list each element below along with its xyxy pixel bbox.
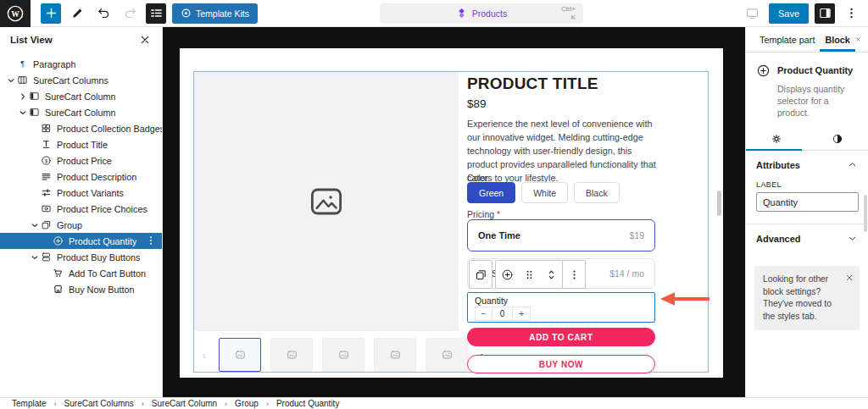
list-view-item-product-price[interactable]: $Product Price [0, 152, 162, 169]
kebab-icon [844, 6, 859, 20]
drag-handle[interactable] [518, 261, 540, 288]
list-view-item-product-variants[interactable]: Product Variants [0, 185, 162, 201]
save-button[interactable]: Save [769, 3, 809, 24]
template-kits-button[interactable]: Template Kits [172, 3, 258, 24]
sidebar-scrollbar[interactable] [864, 195, 867, 232]
tab-styles[interactable] [807, 127, 868, 150]
settings-sidebar-toggle-button[interactable] [815, 3, 835, 24]
list-view-item-surecart-columns[interactable]: SureCart Columns [0, 72, 162, 88]
close-list-view-icon[interactable] [138, 33, 152, 47]
close-sidebar-icon[interactable] [855, 33, 861, 46]
block-tree: ¶ParagraphSureCart ColumnsSureCart Colum… [0, 56, 162, 297]
surecart-product-section[interactable]: ‹› PRODUCT TITLE $89 Experience the next… [193, 71, 709, 373]
gallery-prev-icon[interactable]: ‹ [199, 349, 209, 362]
expander-down-icon[interactable] [17, 107, 29, 119]
svg-text:W: W [11, 8, 19, 18]
description-icon [41, 171, 52, 182]
quantity-value[interactable]: 0 [492, 307, 513, 321]
gallery-thumbnail-3[interactable] [322, 338, 364, 372]
list-view-item-surecart-column[interactable]: SureCart Column [0, 104, 162, 120]
quantity-increase-button[interactable]: + [513, 307, 531, 321]
list-view-item-paragraph[interactable]: ¶Paragraph [0, 56, 162, 72]
title-icon [41, 139, 52, 150]
breadcrumb-item-surecart-columns[interactable]: SureCart Columns [64, 399, 134, 408]
block-options-button[interactable] [563, 261, 585, 288]
tab-settings[interactable] [746, 127, 807, 150]
list-view-item-product-title[interactable]: Product Title [0, 136, 162, 152]
breadcrumb-item-group[interactable]: Group [235, 399, 259, 408]
product-title[interactable]: PRODUCT TITLE [467, 75, 598, 93]
inspector-sub-tabs [746, 127, 868, 151]
gallery-thumbnail-4[interactable] [374, 338, 416, 372]
breadcrumb-separator: › [142, 400, 144, 408]
dismiss-notice-icon[interactable] [844, 273, 854, 283]
expander-spacer [29, 203, 41, 215]
list-view-item-product-collection-badges[interactable]: Product Collection Badges [0, 120, 162, 136]
options-menu-button[interactable] [841, 3, 861, 24]
select-parent-group-button[interactable] [470, 261, 492, 288]
wordpress-icon: W [6, 4, 25, 23]
view-button[interactable] [743, 3, 763, 24]
gallery-thumbnail-1[interactable] [219, 338, 261, 372]
breadcrumb-item-template[interactable]: Template [12, 399, 47, 408]
paragraph-icon: ¶ [17, 58, 28, 69]
list-view-item-surecart-column[interactable]: SureCart Column [0, 88, 162, 104]
thumbnail-image-icon [338, 350, 349, 360]
list-view-item-product-description[interactable]: Product Description [0, 169, 162, 185]
product-quantity-block[interactable]: Quantity − 0 + [467, 292, 655, 323]
attributes-panel-toggle[interactable]: Attributes [746, 151, 868, 179]
list-view-item-group[interactable]: Group [0, 217, 162, 233]
tab-block[interactable]: Block [820, 27, 854, 52]
block-toolbar [469, 260, 586, 289]
group-icon [475, 268, 487, 281]
list-view-item-product-quantity[interactable]: Product Quantity [0, 233, 162, 249]
product-description[interactable]: Experience the next level of convenience… [467, 117, 664, 185]
list-view-panel: List View ¶ParagraphSureCart ColumnsSure… [0, 27, 163, 397]
list-view-item-add-to-cart-button[interactable]: Add To Cart Button [0, 265, 162, 281]
list-view-item-product-buy-buttons[interactable]: Product Buy Buttons [0, 249, 162, 265]
expander-spacer [29, 187, 41, 199]
block-type-button[interactable] [496, 261, 518, 288]
expander-spacer [29, 123, 41, 135]
block-card: Product Quantity [746, 53, 868, 81]
list-view-item-product-price-choices[interactable]: Product Price Choices [0, 201, 162, 217]
settings-moved-notice: Looking for other block settings? They'v… [754, 266, 860, 330]
buy-now-button[interactable]: BUY NOW [467, 355, 655, 373]
template-kits-label: Template Kits [196, 8, 249, 19]
product-image-placeholder[interactable] [194, 72, 459, 331]
page-scrollbar[interactable] [717, 191, 721, 216]
color-option-white[interactable]: White [521, 182, 568, 203]
color-option-black[interactable]: Black [574, 182, 620, 203]
block-inserter-button[interactable] [41, 3, 61, 24]
product-price[interactable]: $89 [467, 97, 487, 110]
list-view-item-buy-now-button[interactable]: Buy Now Button [0, 281, 162, 297]
quantity-decrease-button[interactable]: − [475, 307, 492, 321]
gallery-thumbnail-2[interactable] [270, 338, 313, 372]
label-input[interactable] [756, 192, 859, 212]
list-view-toggle-button[interactable] [146, 3, 166, 24]
item-options-icon[interactable] [145, 235, 157, 246]
expander-right-icon[interactable] [17, 91, 29, 102]
pricing-option-1[interactable]: One Time$19 [467, 219, 655, 251]
command-center[interactable]: Products Ctrl+K [380, 3, 583, 24]
advanced-panel-toggle[interactable]: Advanced [746, 224, 868, 252]
gallery-thumbnail-5[interactable] [426, 338, 468, 372]
tools-button[interactable] [67, 3, 87, 24]
expander-down-icon[interactable] [29, 219, 41, 231]
block-breadcrumb: Template›SureCart Columns›SureCart Colum… [0, 397, 868, 409]
gallery-thumbnails: ‹› [199, 338, 487, 372]
color-option-green[interactable]: Green [467, 182, 515, 203]
wordpress-menu-button[interactable]: W [0, 0, 31, 27]
list-view-icon [149, 6, 164, 20]
gear-icon [771, 133, 782, 145]
expander-down-icon[interactable] [5, 75, 17, 86]
breadcrumb-item-product-quantity: Product Quantity [276, 399, 339, 408]
breadcrumb-item-surecart-column[interactable]: SureCart Column [152, 399, 217, 408]
thumbnail-image-icon [442, 350, 453, 360]
add-to-cart-button[interactable]: ADD TO CART [467, 328, 655, 346]
undo-button[interactable] [93, 3, 114, 24]
redo-button[interactable] [120, 3, 140, 24]
block-mover-buttons[interactable] [540, 261, 562, 288]
expander-down-icon[interactable] [29, 251, 41, 263]
tab-template-part[interactable]: Template part [754, 27, 820, 52]
